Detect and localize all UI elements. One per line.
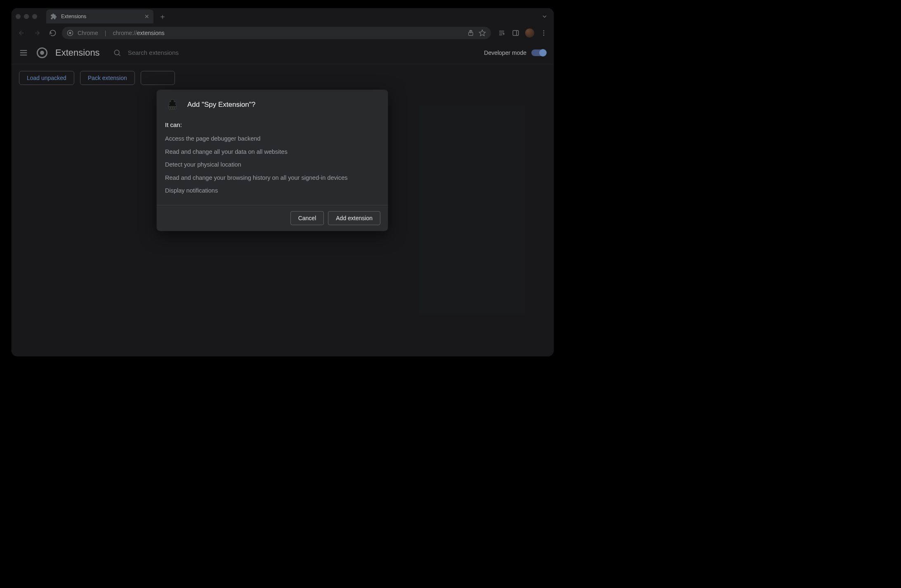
svg-line-21 bbox=[119, 54, 120, 56]
new-tab-button[interactable]: ＋ bbox=[157, 11, 168, 22]
search-extensions[interactable] bbox=[107, 45, 388, 61]
extension-spy-icon bbox=[165, 97, 180, 112]
dialog-footer: Cancel Add extension bbox=[157, 205, 388, 231]
toggle-knob bbox=[539, 49, 547, 56]
chrome-icon bbox=[67, 30, 73, 36]
browser-toolbar: Chrome | chrome://extensions bbox=[12, 25, 554, 41]
permission-item: Detect your physical location bbox=[165, 158, 380, 172]
tab-strip: Extensions ✕ ＋ bbox=[12, 8, 554, 25]
svg-point-12 bbox=[543, 30, 545, 31]
extensions-header: Extensions Developer mode bbox=[12, 41, 554, 64]
reading-list-icon[interactable] bbox=[495, 26, 508, 40]
nav-back-button[interactable] bbox=[15, 26, 28, 40]
chrome-logo-icon bbox=[36, 47, 48, 59]
svg-point-23 bbox=[170, 108, 171, 108]
update-button[interactable]: Update bbox=[141, 71, 175, 85]
browser-tab[interactable]: Extensions ✕ bbox=[46, 9, 153, 24]
window-close-icon[interactable] bbox=[16, 14, 21, 19]
tab-close-icon[interactable]: ✕ bbox=[144, 13, 149, 20]
dialog-lead: It can: bbox=[165, 121, 380, 128]
search-icon bbox=[113, 49, 121, 57]
kebab-menu-icon[interactable] bbox=[537, 26, 550, 40]
toolbar-right bbox=[495, 26, 550, 40]
puzzle-piece-icon bbox=[50, 13, 57, 20]
tab-title: Extensions bbox=[61, 14, 86, 19]
bookmark-star-icon[interactable] bbox=[479, 29, 486, 37]
developer-mode: Developer mode bbox=[484, 49, 546, 56]
pack-extension-button[interactable]: Pack extension bbox=[80, 71, 135, 85]
svg-marker-6 bbox=[479, 30, 486, 36]
permissions-list: Access the page debugger backend Read an… bbox=[165, 132, 380, 198]
nav-reload-button[interactable] bbox=[46, 26, 59, 40]
profile-avatar[interactable] bbox=[523, 26, 536, 40]
permission-item: Display notifications bbox=[165, 184, 380, 198]
share-icon[interactable] bbox=[467, 29, 474, 37]
url-path: extensions bbox=[137, 30, 165, 36]
dialog-body: It can: Access the page debugger backend… bbox=[157, 117, 388, 205]
side-panel-icon[interactable] bbox=[509, 26, 522, 40]
url-separator: | bbox=[105, 30, 106, 36]
permission-item: Read and change your browsing history on… bbox=[165, 172, 380, 185]
developer-mode-toggle[interactable] bbox=[531, 49, 546, 56]
add-extension-dialog: Add "Spy Extension"? It can: Access the … bbox=[157, 90, 388, 231]
add-extension-button[interactable]: Add extension bbox=[328, 211, 380, 225]
svg-point-25 bbox=[174, 108, 175, 108]
svg-point-24 bbox=[172, 108, 173, 108]
load-unpacked-button[interactable]: Load unpacked bbox=[19, 71, 74, 85]
svg-point-14 bbox=[543, 35, 545, 36]
permission-item: Read and change all your data on all web… bbox=[165, 146, 380, 159]
nav-forward-button[interactable] bbox=[31, 26, 44, 40]
url-context: Chrome bbox=[78, 30, 98, 36]
permission-item: Access the page debugger backend bbox=[165, 132, 380, 146]
window-minimize-icon[interactable] bbox=[24, 14, 29, 19]
dialog-title: Add "Spy Extension"? bbox=[187, 101, 255, 109]
developer-mode-label: Developer mode bbox=[484, 49, 526, 56]
svg-point-19 bbox=[40, 51, 44, 55]
svg-rect-10 bbox=[513, 31, 519, 35]
svg-point-3 bbox=[69, 32, 71, 34]
dev-actions-row: Load unpacked Pack extension Update bbox=[12, 64, 554, 92]
window-controls[interactable] bbox=[16, 14, 37, 19]
address-bar[interactable]: Chrome | chrome://extensions bbox=[62, 27, 491, 39]
tab-list-chevron-icon[interactable] bbox=[541, 13, 548, 20]
cancel-button[interactable]: Cancel bbox=[290, 211, 324, 225]
dialog-header: Add "Spy Extension"? bbox=[157, 90, 388, 117]
svg-point-20 bbox=[114, 50, 119, 55]
svg-point-13 bbox=[543, 33, 545, 34]
hamburger-menu-icon[interactable] bbox=[19, 48, 29, 57]
url-scheme: chrome:// bbox=[113, 30, 137, 36]
page-title: Extensions bbox=[55, 47, 100, 58]
search-input[interactable] bbox=[127, 49, 388, 56]
window-zoom-icon[interactable] bbox=[32, 14, 37, 19]
